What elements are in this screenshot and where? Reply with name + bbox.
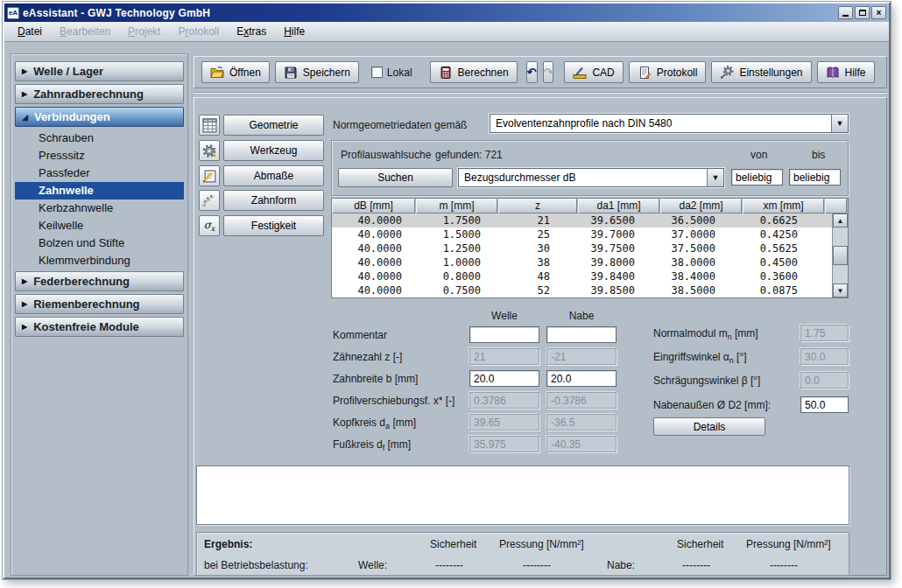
floppy-disk-icon [284, 66, 298, 80]
sidebar-item-kerbzahnwelle[interactable]: Kerbzahnwelle [15, 200, 184, 217]
minimize-button[interactable] [838, 6, 853, 19]
details-button[interactable]: Details [653, 417, 765, 436]
festigkeit-icon[interactable]: σx [199, 215, 220, 236]
norm-profile-dropdown[interactable]: Evolventenzahnprofile nach DIN 5480 ▼ [490, 114, 849, 133]
search-criteria-dropdown[interactable]: Bezugsdurchmesser dB ▼ [458, 168, 724, 187]
eingriffswinkel-label: Eingriffswinkel αn [°] [653, 351, 747, 365]
minimize-icon [842, 15, 849, 17]
abmasse-icon[interactable] [199, 165, 220, 186]
triangle-collapsed-icon: ▶ [22, 67, 27, 75]
fusskreis-nabe-field [546, 436, 617, 452]
fusskreis-label: Fußkreis df [mm] [333, 438, 411, 452]
sidebar-item-zahnwelle[interactable]: Zahnwelle [15, 182, 184, 200]
triangle-collapsed-icon: ▶ [22, 300, 27, 308]
column-header[interactable]: da2 [mm] [660, 199, 742, 214]
werkzeug-icon[interactable] [199, 140, 220, 161]
scroll-down-icon[interactable]: ▼ [833, 284, 848, 298]
lokal-checkbox-label: Lokal [387, 66, 412, 79]
welle-sicherheit-value: -------- [435, 559, 463, 571]
von-input[interactable] [731, 169, 783, 186]
undo-button[interactable]: ↶ [526, 61, 538, 83]
titlebar[interactable]: eA eAssistant - GWJ Technology GmbH × [4, 4, 889, 22]
sidebar-item-zahnradberechnung[interactable]: ▶Zahnradberechnung [15, 84, 184, 104]
book-icon [826, 66, 840, 80]
norm-label: Normgeometriedaten gemäß [333, 119, 467, 131]
tab-festigkeit[interactable]: Festigkeit [223, 215, 324, 236]
maximize-button[interactable] [855, 6, 870, 19]
column-header[interactable]: z [498, 199, 577, 214]
kommentar-nabe-input[interactable] [546, 326, 617, 343]
table-row[interactable]: 40.00001.25003039.750037.50000.5625 [332, 242, 832, 256]
sidebar-item-federberechnung[interactable]: ▶Federberechnung [15, 271, 184, 291]
geometrie-icon[interactable] [199, 115, 220, 136]
document-icon [638, 66, 652, 80]
sidebar-item-keilwelle[interactable]: Keilwelle [15, 217, 184, 234]
sicherheit-header-nabe: Sicherheit [677, 538, 723, 550]
tab-werkzeug[interactable]: Werkzeug [223, 140, 324, 161]
table-row[interactable]: 40.00001.75002139.650036.50000.6625 [332, 214, 832, 228]
sicherheit-header-welle: Sicherheit [430, 538, 476, 550]
table-row[interactable]: 40.00001.50002539.700037.00000.4250 [332, 228, 832, 242]
sidebar-item-passfeder[interactable]: Passfeder [15, 164, 184, 182]
table-row[interactable]: 40.00000.75005239.850038.50000.0875 [332, 284, 832, 298]
gear-wrench-icon [720, 66, 734, 80]
redo-icon: ↷ [544, 66, 553, 79]
tab-abmasse[interactable]: Abmaße [223, 165, 324, 186]
sidebar-item-klemmverbindung[interactable]: Klemmverbindung [15, 252, 184, 270]
tab-zahnform[interactable]: Zahnform [223, 190, 324, 211]
sidebar-item-verbindungen[interactable]: ◢Verbindungen [15, 107, 184, 127]
triangle-expanded-icon: ◢ [22, 113, 28, 122]
table-row[interactable]: 40.00001.00003839.800038.00000.4500 [332, 256, 832, 270]
zahnbreite-nabe-input[interactable] [546, 370, 617, 387]
pressung-header-welle: Pressung [N/mm²] [499, 538, 584, 550]
column-header[interactable]: da1 [mm] [578, 199, 659, 214]
menu-extras[interactable]: Extras [229, 24, 274, 39]
toolbar-separator [194, 92, 887, 94]
bis-label: bis [812, 149, 825, 161]
profile-table: dB [mm] m [mm] z da1 [mm] da2 [mm] xm [m… [331, 198, 849, 298]
sidebar-item-kostenfreie-module[interactable]: ▶Kostenfreie Module [15, 317, 184, 337]
menu-datei[interactable]: Datei [10, 24, 50, 39]
column-header[interactable]: xm [mm] [743, 199, 824, 214]
scroll-up-icon[interactable]: ▲ [833, 214, 848, 228]
lokal-checkbox[interactable] [371, 66, 383, 78]
table-header-row: dB [mm] m [mm] z da1 [mm] da2 [mm] xm [m… [332, 199, 848, 214]
scrollbar-thumb[interactable] [833, 246, 848, 265]
table-scrollbar[interactable]: ▲ ▼ [832, 214, 848, 298]
zahnbreite-welle-input[interactable] [469, 370, 539, 387]
open-button[interactable]: Öffnen [201, 61, 270, 83]
nabenaussen-input[interactable] [800, 396, 849, 413]
menu-projekt: Projekt [120, 24, 168, 39]
table-row[interactable]: 40.00000.80004839.840038.40000.3600 [332, 270, 832, 284]
chevron-down-icon[interactable]: ▼ [707, 169, 723, 186]
search-button[interactable]: Suchen [338, 168, 453, 187]
result-panel: Ergebnis: Sicherheit Pressung [N/mm²] Si… [196, 532, 849, 576]
undo-icon: ↶ [527, 66, 537, 79]
cad-button[interactable]: CAD [564, 61, 623, 83]
settings-button[interactable]: Einstellungen [711, 61, 811, 83]
table-body: 40.00001.75002139.650036.50000.6625 40.0… [332, 214, 832, 298]
column-header[interactable]: dB [mm] [332, 199, 415, 214]
save-button[interactable]: Speichern [275, 61, 359, 83]
chevron-down-icon[interactable]: ▼ [831, 115, 848, 132]
kommentar-welle-input[interactable] [469, 326, 539, 343]
column-header[interactable]: m [mm] [416, 199, 497, 214]
calculate-button[interactable]: Berechnen [430, 61, 518, 83]
close-button[interactable]: × [871, 6, 886, 19]
sidebar-item-riemenberechnung[interactable]: ▶Riemenberechnung [15, 294, 184, 314]
profilverschiebung-nabe-field [546, 392, 617, 409]
bis-input[interactable] [789, 169, 841, 186]
menu-hilfe[interactable]: Hilfe [276, 24, 313, 39]
help-button[interactable]: Hilfe [817, 61, 875, 83]
sidebar-item-schrauben[interactable]: Schrauben [15, 130, 184, 147]
app-window: eA eAssistant - GWJ Technology GmbH × Da… [3, 2, 891, 579]
sidebar-item-welle-lager[interactable]: ▶Welle / Lager [15, 61, 184, 81]
tab-geometrie[interactable]: Geometrie [223, 115, 324, 136]
sidebar-item-presssitz[interactable]: Presssitz [15, 147, 184, 164]
window-title: eAssistant - GWJ Technology GmbH [23, 7, 210, 19]
zahnform-icon[interactable] [199, 190, 220, 211]
protokoll-button[interactable]: Protokoll [629, 61, 707, 83]
message-area[interactable] [196, 466, 849, 525]
schraegungswinkel-label: Schrägungswinkel β [°] [653, 374, 760, 388]
sidebar-item-bolzen-und-stifte[interactable]: Bolzen und Stifte [15, 234, 184, 252]
